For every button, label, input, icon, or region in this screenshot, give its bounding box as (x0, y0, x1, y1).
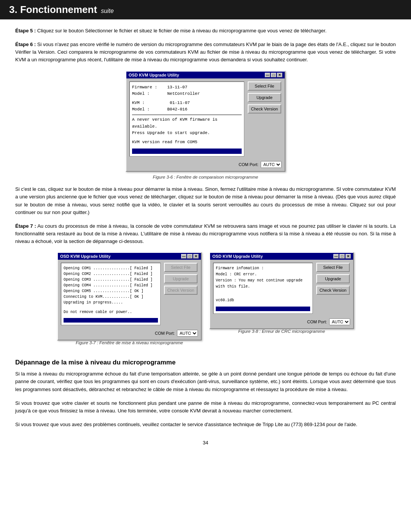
log-line-3: Opening COM3 ................[ Failed ] (64, 277, 158, 283)
osd-title-8: OSD KVM Upgrade Utility (212, 254, 263, 259)
osd-buttons-7: Select File Upgrade Check Version (164, 263, 198, 325)
osd-bottom-8: COM Port: AUTO (210, 317, 353, 328)
msg8-4: with this file. (216, 284, 310, 290)
step7-paragraph: Étape 7 : Au cours du processus de mise … (15, 222, 396, 245)
osd-body-6: Firmware : 13-11-07 Model : NetControlle… (126, 78, 285, 160)
osd-buttons-8: Select File Upgrade Check Version (316, 263, 350, 314)
check-version-button-6[interactable]: Check Version (248, 104, 281, 113)
step7-text: Au cours du processus de mise à niveau, … (15, 223, 396, 244)
filename-8: vc60.idb (216, 297, 310, 304)
progress-bar-6 (132, 149, 242, 154)
maximize-button-7[interactable]: □ (187, 254, 193, 259)
osd-window-figure7: OSD KVM Upgrade Utility — □ ✕ Opening CO… (57, 252, 202, 340)
osd-bottom-7: COM Port: AUTO (58, 328, 201, 340)
log-line-1: Opening COM1 ................[ Failed ] (64, 265, 158, 271)
maximize-button-6[interactable]: □ (271, 73, 276, 77)
check-version-button-7[interactable]: Check Version (164, 286, 198, 295)
osd-titlebar-7: OSD KVM Upgrade Utility — □ ✕ (58, 253, 201, 260)
step6-paragraph: Étape 6 : Si vous n'avez pas encore véri… (15, 41, 396, 64)
figure7-caption: Figure 3-7 : Fenêtre de mise à niveau mi… (76, 340, 183, 345)
osd-info-area-6: Firmware : 13-11-07 Model : NetControlle… (129, 81, 244, 157)
divider (132, 115, 242, 115)
section-heading: Dépannage de la mise à niveau du micropr… (15, 359, 396, 366)
log-line-4: Opening COM4 ................[ Failed ] (64, 283, 158, 288)
osd-log-area-7: Opening COM1 ................[ Failed ] … (61, 263, 161, 325)
step6-label: Étape 6 : (15, 42, 36, 47)
log-line-6: Connecting to KVM............[ OK ] (64, 294, 158, 300)
debug-para3: Si vous trouvez que vous avez des problè… (15, 421, 396, 428)
maximize-button-8[interactable]: □ (339, 254, 345, 259)
upgrade-button-8[interactable]: Upgrade (316, 274, 350, 283)
osd-titlebar-buttons-7: — □ ✕ (181, 254, 199, 259)
firmware-row: Firmware : 13-11-07 (132, 84, 242, 91)
progress-bar-8 (216, 307, 310, 311)
step6-para2: Si c'est le cas, cliquez sur le bouton d… (15, 185, 396, 216)
select-file-button-7[interactable]: Select File (164, 263, 198, 272)
minimize-button-8[interactable]: — (333, 254, 339, 259)
close-button-7[interactable]: ✕ (193, 254, 199, 259)
page-content: Étape 5 : Cliquez sur le bouton Sélectio… (0, 27, 411, 461)
figures-row-7-8: OSD KVM Upgrade Utility — □ ✕ Opening CO… (15, 252, 396, 351)
osd-body-8: Firmware infomation : Model : CRC error.… (210, 260, 353, 317)
msg8-2: Model : CRC error. (216, 272, 310, 278)
osd-titlebar-8: OSD KVM Upgrade Utility — □ ✕ (210, 253, 353, 260)
log-line-8: Do not remove cable or power.. (64, 309, 158, 315)
message1: A never version of KVM firmware is avail… (132, 117, 242, 130)
osd-info-area-8: Firmware infomation : Model : CRC error.… (213, 263, 313, 314)
figure6-caption: Figure 3-6 : Fenêtre de comparaison micr… (15, 175, 396, 179)
log-line-2: Opening COM2 ................[ Failed ] (64, 271, 158, 277)
osd-titlebar-6: OSD KVM Upgrade Utility — □ ✕ (126, 72, 285, 78)
close-button-6[interactable]: ✕ (277, 73, 282, 77)
com-select-7[interactable]: AUTO (177, 330, 198, 337)
debug-para1: Si la mise à niveau du microprogramme éc… (15, 370, 396, 393)
message3: KVM version read from COM5 (132, 139, 242, 146)
osd-window-figure6: OSD KVM Upgrade Utility — □ ✕ Firmware :… (126, 71, 285, 172)
progress-bar-7 (64, 318, 158, 323)
log-line-7: Upgrading in progress..... (64, 300, 158, 305)
step5-label: Étape 5 : (15, 28, 36, 34)
figure7-col: OSD KVM Upgrade Utility — □ ✕ Opening CO… (57, 252, 202, 351)
message2: Press Upgrade to start upgrade. (132, 130, 242, 137)
page-footer: 34 (15, 440, 396, 449)
upgrade-button-6[interactable]: Upgrade (248, 93, 281, 102)
com-select-8[interactable]: AUTO (329, 318, 350, 325)
step6-text: Si vous n'avez pas encore vérifié le num… (15, 42, 396, 62)
figure8-col: OSD KVM Upgrade Utility — □ ✕ Firmware i… (209, 252, 354, 351)
osd-title-7: OSD KVM Upgrade Utility (60, 254, 111, 259)
page-subtitle: suite (101, 8, 114, 14)
step7-label: Étape 7 : (15, 223, 36, 229)
minimize-button-6[interactable]: — (265, 73, 270, 77)
kvm-row: KVM : 01-11-07 (132, 100, 242, 107)
osd-titlebar-buttons-8: — □ ✕ (333, 254, 351, 259)
debug-para2: Si vous trouvez que votre clavier et sou… (15, 399, 396, 415)
com-label-8: COM Port: (307, 320, 327, 324)
osd-bottom-6: COM Port: AUTO (126, 160, 285, 171)
check-version-button-8[interactable]: Check Version (316, 286, 350, 295)
msg8-1: Firmware infomation : (216, 265, 310, 272)
page-number: 34 (203, 440, 208, 446)
model-row1: Model : NetController (132, 91, 242, 97)
osd-title-6: OSD KVM Upgrade Utility (129, 73, 179, 77)
step5-text: Cliquez sur le bouton Sélectionner le fi… (37, 28, 327, 34)
upgrade-button-7[interactable]: Upgrade (164, 274, 198, 283)
log-line-5: Opening COM5 ................[ OK ] (64, 288, 158, 294)
msg8-3: Version : You may not continue upgrade (216, 278, 310, 284)
minimize-button-7[interactable]: — (181, 254, 186, 259)
osd-titlebar-buttons-6: — □ ✕ (265, 73, 282, 77)
com-label-6: COM Port: (239, 162, 258, 167)
select-file-button-8[interactable]: Select File (316, 263, 350, 272)
model-row2: Model : B042-016 (132, 106, 242, 113)
figure6-container: OSD KVM Upgrade Utility — □ ✕ Firmware :… (15, 71, 396, 172)
select-file-button-6[interactable]: Select File (248, 81, 281, 91)
close-button-8[interactable]: ✕ (346, 254, 351, 259)
com-label-7: COM Port: (155, 331, 175, 335)
osd-buttons-6: Select File Upgrade Check Version (247, 81, 282, 157)
page-header: 3. Fonctionnement suite (0, 0, 411, 19)
osd-window-figure8: OSD KVM Upgrade Utility — □ ✕ Firmware i… (209, 252, 354, 329)
osd-body-7: Opening COM1 ................[ Failed ] … (58, 260, 201, 328)
figure8-caption: Figure 3-8 : Erreur de CRC microprogramm… (238, 329, 325, 334)
step5-paragraph: Étape 5 : Cliquez sur le bouton Sélectio… (15, 27, 396, 35)
page-title: 3. Fonctionnement (9, 4, 97, 16)
com-select-6[interactable]: AUTO (261, 161, 282, 168)
